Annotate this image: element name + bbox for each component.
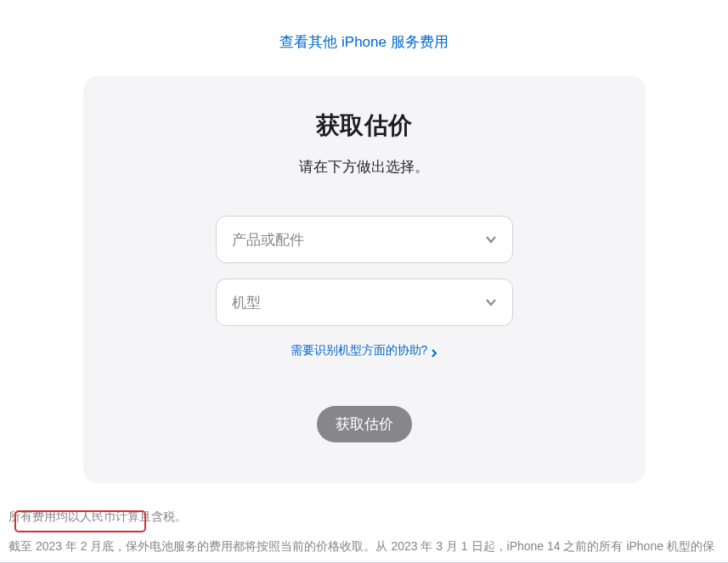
selects-container: 产品或配件 机型 [216,216,513,326]
model-select-placeholder: 机型 [232,293,261,312]
help-link-text: 需要识别机型方面的协助? [291,343,428,358]
card-subtitle: 请在下方做出选择。 [126,157,603,177]
model-select[interactable]: 机型 [216,279,513,326]
product-select[interactable]: 产品或配件 [216,216,513,263]
footnotes: 所有费用均以人民币计算且含税。 截至 2023 年 2 月底，保外电池服务的费用… [0,483,728,563]
product-select-placeholder: 产品或配件 [232,230,304,250]
chevron-right-icon [431,346,437,355]
footnote-currency: 所有费用均以人民币计算且含税。 [8,504,720,530]
submit-wrap: 获取估价 [126,406,603,442]
estimate-card: 获取估价 请在下方做出选择。 产品或配件 机型 需要识别机型方面的协助? 获取估… [83,76,646,483]
chevron-down-icon [485,296,497,308]
other-service-fees-link[interactable]: 查看其他 iPhone 服务费用 [0,0,728,76]
get-estimate-button[interactable]: 获取估价 [317,406,412,442]
card-title: 获取估价 [126,110,603,142]
identify-model-help-link[interactable]: 需要识别机型方面的协助? [126,343,603,358]
chevron-down-icon [485,234,497,245]
footnote-price-change: 截至 2023 年 2 月底，保外电池服务的费用都将按照当前的价格收取。从 20… [8,533,720,563]
